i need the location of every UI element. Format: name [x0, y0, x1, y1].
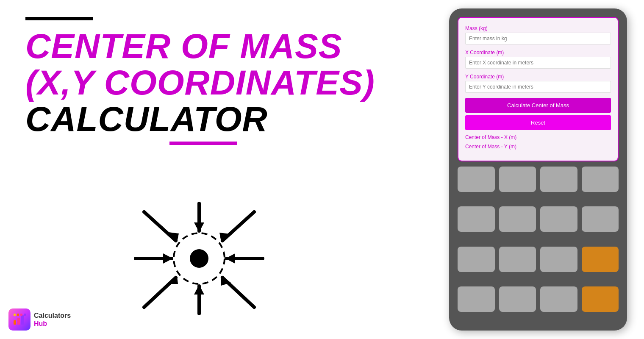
x-coord-label: X Coordinate (m) [465, 50, 611, 56]
svg-line-12 [222, 212, 254, 241]
main-title: CENTER OF MASS (X,Y COORDINATES) CALCULA… [25, 28, 390, 137]
calculator-screen: Mass (kg) X Coordinate (m) Y Coordinate … [458, 17, 619, 161]
mass-input[interactable] [465, 33, 611, 44]
svg-marker-15 [168, 276, 178, 284]
left-section: CENTER OF MASS (X,Y COORDINATES) CALCULA… [25, 17, 390, 145]
calc-btn-3[interactable] [540, 167, 577, 192]
y-coord-input[interactable] [465, 81, 611, 93]
calc-btn-1[interactable] [458, 167, 495, 192]
result-y-label: Center of Mass - Y (m) [465, 144, 611, 150]
title-line3: CALCULATOR [25, 100, 268, 138]
calculate-button[interactable]: Calculate Center of Mass [465, 98, 611, 113]
svg-rect-21 [14, 314, 16, 316]
calculator-body: Mass (kg) X Coordinate (m) Y Coordinate … [449, 8, 627, 331]
svg-rect-18 [14, 320, 16, 325]
calc-btn-12[interactable] [458, 286, 495, 312]
logo-icon [8, 308, 31, 331]
calc-btn-13[interactable] [499, 286, 536, 312]
calculator-device: Mass (kg) X Coordinate (m) Y Coordinate … [449, 8, 627, 331]
logo-text: Calculators Hub [34, 311, 71, 328]
svg-marker-9 [225, 253, 235, 264]
title-line1: CENTER OF MASS [25, 27, 342, 65]
svg-point-0 [190, 249, 208, 268]
svg-line-10 [144, 212, 176, 241]
svg-rect-22 [17, 314, 19, 316]
calc-btn-5[interactable] [458, 206, 495, 232]
calc-btn-orange-2[interactable] [582, 286, 619, 312]
reset-button[interactable]: Reset [465, 115, 611, 130]
calc-btn-8[interactable] [582, 206, 619, 232]
calc-btn-10[interactable] [499, 247, 536, 272]
top-decorative-bar [25, 17, 93, 20]
svg-rect-24 [24, 314, 26, 316]
result-x-label: Center of Mass - X (m) [465, 134, 611, 140]
mass-label: Mass (kg) [465, 25, 611, 31]
svg-marker-3 [194, 222, 204, 232]
svg-rect-19 [17, 318, 20, 325]
center-of-mass-icon [110, 182, 288, 335]
calc-btn-14[interactable] [540, 286, 577, 312]
title-line2: (X,Y COORDINATES) [25, 63, 375, 102]
calc-buttons-grid [458, 167, 619, 322]
svg-marker-5 [194, 285, 204, 295]
calc-btn-4[interactable] [582, 167, 619, 192]
svg-rect-23 [20, 314, 22, 316]
logo: Calculators Hub [8, 308, 71, 331]
calc-btn-orange[interactable] [582, 247, 619, 272]
calc-btn-2[interactable] [499, 167, 536, 192]
svg-rect-20 [21, 315, 24, 325]
bottom-decorative-bar [169, 142, 237, 145]
calc-btn-11[interactable] [540, 247, 577, 272]
calc-btn-7[interactable] [540, 206, 577, 232]
svg-marker-7 [163, 253, 173, 264]
calc-btn-9[interactable] [458, 247, 495, 272]
y-coord-label: Y Coordinate (m) [465, 74, 611, 80]
x-coord-input[interactable] [465, 57, 611, 69]
calc-btn-6[interactable] [499, 206, 536, 232]
